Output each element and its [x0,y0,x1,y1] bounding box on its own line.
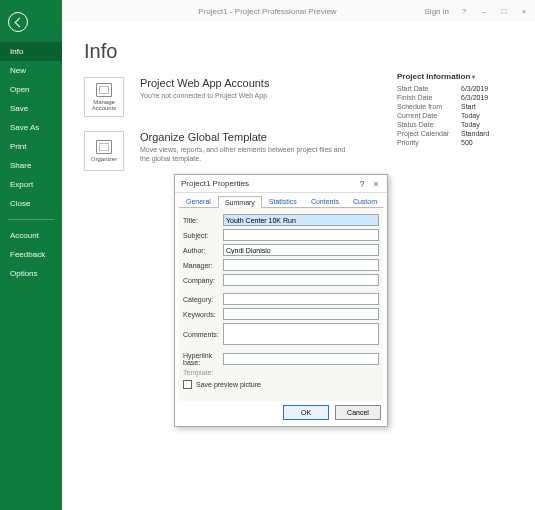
nav-account[interactable]: Account [0,226,62,245]
nav-save[interactable]: Save [0,99,62,118]
comments-field[interactable] [223,323,379,345]
save-preview-checkbox[interactable]: Save preview picture [183,380,379,389]
ok-button[interactable]: OK [283,405,329,420]
manage-accounts-button[interactable]: Manage Accounts [84,77,124,117]
info-row: Priority500 [397,139,517,146]
comments-label: Comments: [183,331,223,338]
manage-accounts-label: Manage Accounts [85,99,123,111]
category-field[interactable] [223,293,379,305]
backstage-sidebar: Info New Open Save Save As Print Share E… [0,0,62,510]
info-row: Start Date6/3/2019 [397,85,517,92]
dialog-titlebar[interactable]: Project1 Properties ? × [175,175,387,193]
hyperlink-label: Hyperlink base: [183,352,223,366]
nav-info[interactable]: Info [0,42,62,61]
project-info-heading[interactable]: Project Information [397,72,517,81]
dialog-help-icon[interactable]: ? [355,179,369,189]
keywords-label: Keywords: [183,311,223,318]
nav-options[interactable]: Options [0,264,62,283]
nav-open[interactable]: Open [0,80,62,99]
accounts-heading: Project Web App Accounts [140,77,269,89]
nav-save-as[interactable]: Save As [0,118,62,137]
keywords-field[interactable] [223,308,379,320]
tab-contents[interactable]: Contents [304,195,346,207]
dialog-close-icon[interactable]: × [369,179,383,189]
nav-close[interactable]: Close [0,194,62,213]
nav-print[interactable]: Print [0,137,62,156]
nav-feedback[interactable]: Feedback [0,245,62,264]
organizer-label: Organizer [91,156,117,162]
checkbox-icon [183,380,192,389]
dialog-title: Project1 Properties [181,179,249,188]
help-icon[interactable]: ? [459,6,469,16]
company-field[interactable] [223,274,379,286]
tab-custom[interactable]: Custom [346,195,384,207]
subject-label: Subject: [183,232,223,239]
organizer-icon [96,140,112,154]
tab-summary[interactable]: Summary [218,196,262,208]
subject-field[interactable] [223,229,379,241]
info-row: Status DateToday [397,121,517,128]
accounts-sub: You're not connected to Project Web App [140,91,269,100]
back-button[interactable] [8,12,28,32]
manager-label: Manager: [183,262,223,269]
organizer-button[interactable]: Organizer [84,131,124,171]
dialog-tabs: General Summary Statistics Contents Cust… [175,193,387,207]
close-window-icon[interactable]: × [519,6,529,16]
manager-field[interactable] [223,259,379,271]
nav-new[interactable]: New [0,61,62,80]
info-row: Finish Date6/3/2019 [397,94,517,101]
maximize-icon[interactable]: □ [499,6,509,16]
accounts-icon [96,83,112,97]
info-row: Current DateToday [397,112,517,119]
info-row: Schedule fromStart [397,103,517,110]
cancel-button[interactable]: Cancel [335,405,381,420]
author-label: Author: [183,247,223,254]
tab-statistics[interactable]: Statistics [262,195,304,207]
organize-heading: Organize Global Template [140,131,350,143]
company-label: Company: [183,277,223,284]
category-label: Category: [183,296,223,303]
project-info-panel: Project Information Start Date6/3/2019 F… [397,72,517,148]
properties-dialog: Project1 Properties ? × General Summary … [174,174,388,427]
hyperlink-field[interactable] [223,353,379,365]
author-field[interactable] [223,244,379,256]
nav-divider [8,219,54,220]
title-field[interactable] [223,214,379,226]
tab-general[interactable]: General [179,195,218,207]
window-titlebar: Project1 - Project Professional Preview … [0,0,535,22]
page-title: Info [84,40,517,63]
document-title: Project1 - Project Professional Preview [198,7,336,16]
template-label: Template: [183,369,379,376]
signin-link[interactable]: Sign in [425,7,449,16]
nav-export[interactable]: Export [0,175,62,194]
title-label: Title: [183,217,223,224]
minimize-icon[interactable]: – [479,6,489,16]
organize-sub: Move views, reports, and other elements … [140,145,350,163]
save-preview-label: Save preview picture [196,381,261,388]
info-row: Project CalendarStandard [397,130,517,137]
nav-share[interactable]: Share [0,156,62,175]
